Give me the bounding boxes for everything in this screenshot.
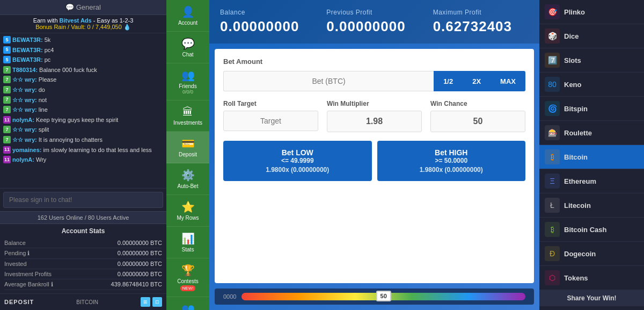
chat-username: ☆☆ wry:: [12, 135, 37, 145]
chat-badge: 11: [3, 116, 11, 124]
nav-item-auto-bet[interactable]: ⚙️Auto-Bet: [166, 163, 209, 195]
balance-value: 0.00000000: [220, 18, 316, 35]
share-item-bitvest[interactable]: 🔷Bitvest: [539, 306, 644, 310]
nav-sub: 0/0/0: [182, 89, 193, 95]
game-icon: Ł: [545, 198, 560, 213]
chat-header-label: 💬 General: [65, 3, 101, 11]
nav-item-deposit[interactable]: 💳Deposit: [166, 132, 209, 163]
game-name: Bitcoin Cash: [564, 226, 606, 234]
nav-item-stats[interactable]: 📊Stats: [166, 227, 209, 258]
chat-input[interactable]: [3, 192, 163, 208]
chat-text: not: [39, 96, 47, 105]
chat-promo: Earn with Bitvest Ads - Easy as 1-2-3 Bo…: [0, 15, 166, 33]
nav-label: Contests: [177, 278, 198, 284]
slider-track[interactable]: 50: [241, 293, 525, 300]
win-chance-value: 50: [430, 111, 525, 132]
game-item-keno[interactable]: 80Keno: [539, 73, 644, 97]
chat-message: 7☆☆ wry:split: [3, 125, 163, 135]
game-name: Dogecoin: [564, 250, 596, 258]
max-profit-block: Maximum Profit 0.62732403: [433, 9, 529, 35]
chat-promo-earn: Earn with Bitvest Ads - Easy as 1-2-3: [4, 17, 162, 24]
chat-username: BEWAT3R:: [12, 35, 43, 45]
roll-section: Roll Target Win Multiplier 1.98 Win Chan…: [223, 100, 525, 132]
game-item-tokens[interactable]: ⬡Tokens: [539, 266, 644, 290]
bet-high-label: Bet HIGH: [385, 148, 518, 157]
right-sidebar: 🎯Plinko🎲Dice7️⃣Slots80Keno🌀Bitspin🎰Roule…: [539, 0, 644, 310]
deposit-copy-icon[interactable]: ⊡: [152, 297, 162, 307]
nav-label: Account: [178, 20, 197, 26]
chat-username: BEWAT3R:: [12, 55, 43, 65]
slider-left-num: 0000: [223, 293, 236, 300]
chat-badge: 5: [3, 56, 11, 63]
nav-item-account[interactable]: 👤Account: [166, 0, 209, 32]
game-item-dice[interactable]: 🎲Dice: [539, 24, 644, 48]
bet-low-button[interactable]: Bet LOW <= 49.9999 1.9800x (0.00000000): [223, 141, 372, 181]
nav-icon: 💳: [181, 137, 195, 150]
stat-row: Pending ℹ0.00000000 BTC: [4, 248, 162, 259]
deposit-bar[interactable]: DEPOSIT BITCOIN ⊞ ⊡: [0, 293, 166, 310]
nav-badge: NEW!: [180, 285, 196, 291]
chat-username: T880314:: [12, 66, 38, 75]
game-item-ethereum[interactable]: ΞEthereum: [539, 169, 644, 193]
nav-item-my-rows[interactable]: ⭐My Rows: [166, 195, 209, 227]
chat-badge: 11: [3, 146, 11, 154]
nav-item-referrals[interactable]: 👥Referrals: [166, 297, 209, 310]
nav-item-contests[interactable]: 🏆ContestsNEW!: [166, 258, 209, 297]
chat-badge: 7: [3, 136, 11, 143]
chat-message: 11nolynA:Keep trying guys keep the spiri…: [3, 116, 163, 125]
game-item-plinko[interactable]: 🎯Plinko: [539, 0, 644, 24]
users-online: 162 Users Online / 80 Users Active: [0, 211, 166, 224]
chat-text: Keep trying guys keep the spirit: [36, 116, 118, 125]
main-content: Balance 0.00000000 Previous Profit 0.000…: [209, 0, 539, 310]
chat-username: ☆☆ wry:: [12, 125, 37, 135]
prev-profit-block: Previous Profit 0.00000000: [326, 9, 422, 35]
prev-profit-value: 0.00000000: [326, 18, 422, 35]
stat-value: 0.00000000 BTC: [118, 261, 162, 267]
chat-username: BEWAT3R:: [12, 46, 43, 55]
nav-label: Chat: [182, 52, 193, 57]
max-button[interactable]: MAX: [491, 71, 525, 91]
win-multiplier-block: Win Multiplier 1.98: [327, 100, 422, 132]
game-icon: ₿: [545, 149, 560, 164]
stat-row: Invested0.00000000 BTC: [4, 259, 162, 269]
deposit-currency: BITCOIN: [76, 299, 98, 305]
game-item-slots[interactable]: 7️⃣Slots: [539, 48, 644, 73]
nav-icon: ⭐: [181, 200, 195, 213]
slider-marker: 50: [376, 291, 391, 301]
account-stats: Account Stats Balance0.00000000 BTCPendi…: [0, 224, 166, 293]
chat-message: 11nolynA:Wry: [3, 155, 163, 165]
chat-message: 7☆☆ wry:not: [3, 96, 163, 105]
game-name: Bitcoin: [564, 153, 588, 161]
game-item-bitcoin-cash[interactable]: ₿Bitcoin Cash: [539, 218, 644, 242]
game-icon: Ð: [545, 246, 560, 261]
chat-username: ☆☆ wry:: [12, 96, 37, 105]
win-chance-block: Win Chance 50: [430, 100, 525, 132]
game-item-bitcoin[interactable]: ₿Bitcoin: [539, 145, 644, 169]
game-name: Tokens: [564, 274, 588, 282]
game-item-bitspin[interactable]: 🌀Bitspin: [539, 97, 644, 121]
nav-item-chat[interactable]: 💬Chat: [166, 32, 209, 63]
game-name: Litecoin: [564, 201, 591, 210]
chat-badge: 5: [3, 36, 11, 44]
nav-item-investments[interactable]: 🏛Investments: [166, 100, 209, 132]
2x-button[interactable]: 2X: [463, 71, 491, 91]
game-item-litecoin[interactable]: ŁLitecoin: [539, 193, 644, 218]
bet-input[interactable]: [223, 71, 434, 91]
bet-high-button[interactable]: Bet HIGH >= 50.0000 1.9800x (0.00000000): [377, 141, 526, 181]
stat-value: 0.00000000 BTC: [118, 240, 162, 246]
chat-text: Please: [39, 75, 57, 85]
chat-text: It is annoying to chatters: [39, 135, 103, 145]
game-item-roulette[interactable]: 🎰Roulette: [539, 121, 644, 145]
account-stats-title: Account Stats: [4, 227, 162, 235]
game-item-dogecoin[interactable]: ÐDogecoin: [539, 242, 644, 266]
chat-username: ☆☆ wry:: [12, 85, 37, 95]
deposit-icons: ⊞ ⊡: [141, 297, 162, 307]
half-button[interactable]: 1/2: [434, 71, 463, 91]
chat-message: 7☆☆ wry:It is annoying to chatters: [3, 135, 163, 145]
nav-item-friends[interactable]: 👥Friends0/0/0: [166, 63, 209, 100]
deposit-qr-icon[interactable]: ⊞: [141, 297, 150, 307]
chat-username: ☆☆ wry:: [12, 75, 37, 85]
roll-target-input[interactable]: [223, 111, 318, 131]
chat-message: 11yomaines:im slowly learning to do that…: [3, 146, 163, 155]
game-icon: ₿: [545, 222, 560, 237]
